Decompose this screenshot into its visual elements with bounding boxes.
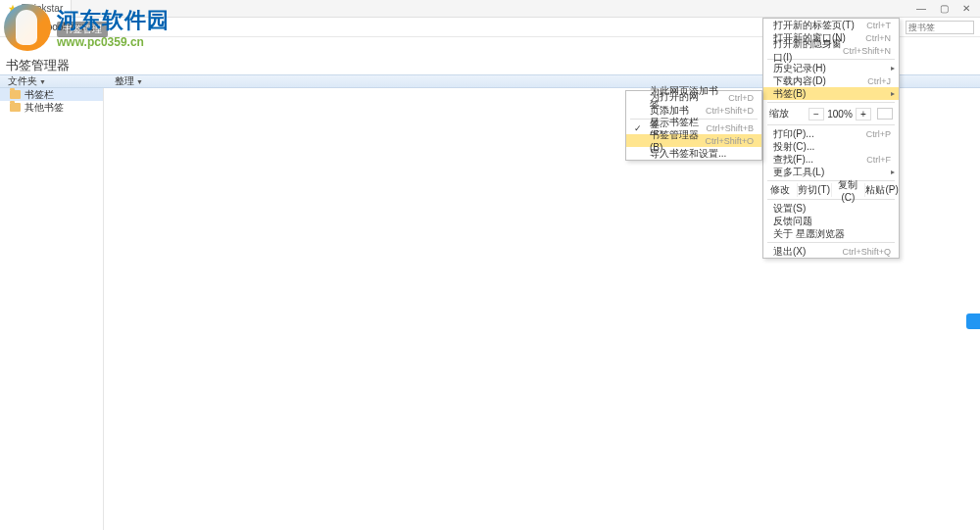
tree-item-label: 书签栏	[24, 88, 54, 102]
menu-exit[interactable]: 退出(X)Ctrl+Shift+Q	[763, 245, 899, 258]
menu-label: 设置(S)	[773, 202, 806, 216]
menu-downloads[interactable]: 下载内容(D)Ctrl+J	[763, 74, 899, 87]
menu-separator	[767, 124, 895, 125]
bookmark-search-input[interactable]	[906, 21, 974, 34]
folder-dropdown[interactable]: 文件夹▼	[0, 74, 103, 88]
side-panel-tab[interactable]	[966, 313, 980, 329]
logo-text-url: www.pc0359.cn	[57, 35, 170, 49]
bookmarks-tree: 书签栏 其他书签	[0, 88, 103, 114]
shortcut: Ctrl+Shift+B	[706, 123, 754, 133]
menu-separator	[767, 102, 895, 103]
chevron-down-icon: ▼	[136, 78, 143, 85]
menu-label: 更多工具(L)	[773, 166, 824, 179]
menu-label: 下载内容(D)	[773, 74, 826, 88]
zoom-out-button[interactable]: −	[808, 108, 824, 120]
menu-zoom-row: 缩放 − 100% +	[763, 105, 899, 122]
close-button[interactable]: ✕	[962, 3, 970, 14]
shortcut: Ctrl+Shift+O	[705, 136, 754, 146]
menu-label: 历史记录(H)	[773, 62, 826, 75]
chevron-right-icon: ▸	[891, 89, 895, 98]
watermark-logo: 河东软件园 www.pc0359.cn	[4, 4, 170, 51]
shortcut: Ctrl+D	[728, 93, 754, 103]
folder-icon	[10, 103, 21, 112]
shortcut: Ctrl+Shift+D	[706, 106, 754, 116]
shortcut: Ctrl+N	[865, 33, 891, 43]
menu-print[interactable]: 打印(P)...Ctrl+P	[763, 127, 899, 140]
menu-label: 打开新的隐身窗口(I)	[773, 37, 843, 65]
menu-incognito[interactable]: 打开新的隐身窗口(I)Ctrl+Shift+N	[763, 44, 899, 57]
zoom-in-button[interactable]: +	[856, 108, 871, 120]
submenu-import[interactable]: 导入书签和设置...	[626, 147, 761, 160]
shortcut: Ctrl+Shift+Q	[842, 247, 891, 257]
maximize-button[interactable]: ▢	[940, 3, 949, 14]
menu-find[interactable]: 查找(F)...Ctrl+F	[763, 153, 899, 166]
page-title: 书签管理器	[6, 57, 70, 74]
menu-label: 投射(C)...	[773, 140, 814, 154]
chevron-down-icon: ▼	[39, 78, 46, 85]
bookmarks-submenu: 为此网页添加书签...Ctrl+D 为打开的网页添加书签...Ctrl+Shif…	[625, 90, 762, 161]
pane-divider	[103, 88, 104, 530]
menu-label: 书签(B)	[773, 87, 806, 101]
menu-bookmarks[interactable]: 书签(B)▸	[763, 87, 899, 100]
organize-dropdown-label: 整理	[115, 74, 134, 88]
fullscreen-button[interactable]	[877, 108, 893, 120]
cut-button[interactable]: 剪切(T)	[798, 183, 832, 197]
check-icon: ✓	[634, 123, 642, 133]
shortcut: Ctrl+J	[867, 76, 891, 86]
shortcut: Ctrl+P	[866, 129, 891, 139]
menu-history[interactable]: 历史记录(H)▸	[763, 62, 899, 74]
menu-settings[interactable]: 设置(S)	[763, 202, 899, 215]
menu-separator	[767, 242, 895, 243]
logo-icon	[4, 4, 51, 51]
tree-item-label: 其他书签	[24, 101, 64, 115]
logo-text-cn: 河东软件园	[57, 6, 170, 35]
copy-button[interactable]: 复制(C)	[832, 183, 866, 197]
menu-label: 反馈问题	[773, 215, 812, 228]
tree-item-other-bookmarks[interactable]: 其他书签	[0, 101, 103, 114]
menu-cast[interactable]: 投射(C)...	[763, 140, 899, 153]
zoom-value: 100%	[826, 109, 854, 120]
window-controls: — ▢ ✕	[916, 3, 980, 14]
shortcut: Ctrl+F	[866, 155, 891, 165]
folder-dropdown-label: 文件夹	[8, 74, 37, 88]
zoom-label: 缩放	[769, 107, 789, 120]
chevron-right-icon: ▸	[891, 64, 895, 72]
minimize-button[interactable]: —	[916, 3, 926, 14]
menu-edit-row: 修改 剪切(T) 复制(C) 粘贴(P)	[763, 183, 899, 197]
menu-label: 打开新的标签页(T)	[773, 19, 855, 32]
tree-item-bookmarks-bar[interactable]: 书签栏	[0, 88, 103, 101]
menu-label: 退出(X)	[773, 245, 806, 259]
menu-label: 关于 星愿浏览器	[773, 227, 845, 241]
menu-label: 导入书签和设置...	[650, 147, 726, 161]
chevron-right-icon: ▸	[891, 168, 895, 176]
folder-icon	[10, 90, 21, 99]
submenu-bookmark-manager[interactable]: 书签管理器(B)Ctrl+Shift+O	[626, 134, 761, 147]
menu-new-tab[interactable]: 打开新的标签页(T)Ctrl+T	[763, 19, 899, 31]
shortcut: Ctrl+Shift+N	[843, 46, 891, 56]
organize-dropdown[interactable]: 整理▼	[103, 74, 143, 88]
menu-about[interactable]: 关于 星愿浏览器	[763, 227, 899, 240]
menu-label: 打印(P)...	[773, 127, 814, 141]
shortcut: Ctrl+T	[866, 21, 891, 30]
paste-button[interactable]: 粘贴(P)	[865, 183, 899, 197]
menu-label: 查找(F)...	[773, 153, 813, 167]
menu-more-tools[interactable]: 更多工具(L)▸	[763, 166, 899, 178]
menu-feedback[interactable]: 反馈问题	[763, 215, 899, 227]
main-menu: 打开新的标签页(T)Ctrl+T 打开新的窗口(N)Ctrl+N 打开新的隐身窗…	[762, 18, 900, 259]
edit-label: 修改	[763, 183, 798, 197]
